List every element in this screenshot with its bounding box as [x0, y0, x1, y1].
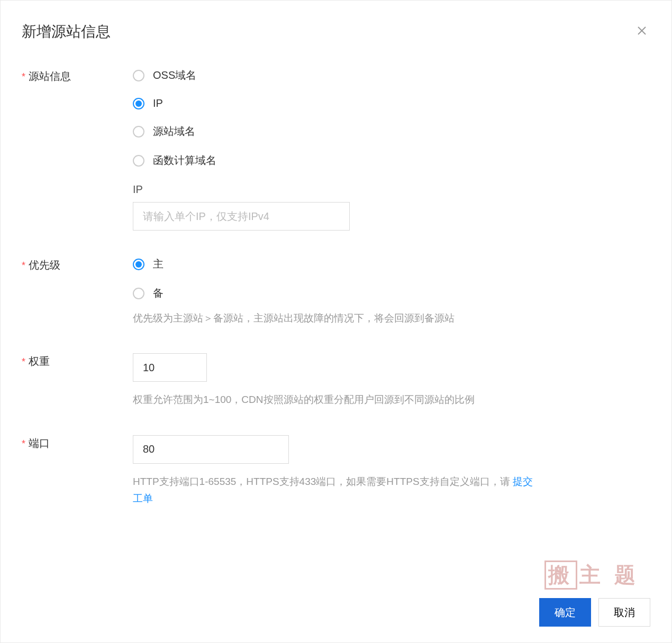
priority-radio-group: 主 备 — [133, 257, 650, 300]
radio-label: IP — [153, 97, 163, 109]
port-help-text: HTTP支持端口1-65535，HTTPS支持433端口，如果需要HTTPS支持… — [133, 473, 535, 508]
radio-icon — [133, 155, 144, 167]
close-icon — [635, 24, 648, 37]
required-mark: * — [22, 71, 25, 82]
modal-title: 新增源站信息 — [22, 22, 111, 42]
modal-header: 新增源站信息 — [22, 22, 650, 42]
port-label: *端口 — [22, 435, 133, 451]
confirm-button[interactable]: 确定 — [539, 598, 591, 627]
required-mark: * — [22, 260, 25, 271]
port-content: HTTP支持端口1-65535，HTTPS支持433端口，如果需要HTTPS支持… — [133, 435, 650, 508]
required-mark: * — [22, 438, 25, 449]
weight-content: 权重允许范围为1~100，CDN按照源站的权重分配用户回源到不同源站的比例 — [133, 353, 650, 408]
required-mark: * — [22, 356, 25, 367]
radio-label: 主 — [153, 257, 164, 271]
radio-primary[interactable]: 主 — [133, 257, 650, 271]
ip-sublabel: IP — [133, 183, 650, 196]
port-row: *端口 HTTP支持端口1-65535，HTTPS支持433端口，如果需要HTT… — [22, 435, 650, 508]
close-button[interactable] — [633, 22, 650, 42]
radio-icon — [133, 126, 144, 137]
weight-label: *权重 — [22, 353, 133, 369]
radio-origin-domain[interactable]: 源站域名 — [133, 124, 650, 139]
origin-info-label: *源站信息 — [22, 68, 133, 84]
radio-icon — [133, 70, 144, 81]
modal-footer: 确定 取消 — [22, 577, 650, 627]
radio-fc-domain[interactable]: 函数计算域名 — [133, 153, 650, 168]
ip-input[interactable] — [133, 202, 350, 231]
radio-backup[interactable]: 备 — [133, 286, 650, 300]
priority-content: 主 备 优先级为主源站＞备源站，主源站出现故障的情况下，将会回源到备源站 — [133, 257, 650, 327]
radio-label: 源站域名 — [153, 124, 195, 139]
radio-icon — [133, 288, 144, 299]
weight-input[interactable] — [133, 353, 207, 382]
origin-info-content: OSS域名 IP 源站域名 函数计算域名 IP — [133, 68, 650, 231]
radio-icon — [133, 98, 144, 109]
priority-row: *优先级 主 备 优先级为主源站＞备源站，主源站出现故障的情况下，将会回源到备源… — [22, 257, 650, 327]
radio-label: OSS域名 — [153, 68, 196, 82]
add-origin-modal: 新增源站信息 *源站信息 OSS域名 IP — [0, 0, 672, 643]
weight-row: *权重 权重允许范围为1~100，CDN按照源站的权重分配用户回源到不同源站的比… — [22, 353, 650, 408]
port-input[interactable] — [133, 435, 289, 464]
priority-help-text: 优先级为主源站＞备源站，主源站出现故障的情况下，将会回源到备源站 — [133, 310, 535, 327]
weight-help-text: 权重允许范围为1~100，CDN按照源站的权重分配用户回源到不同源站的比例 — [133, 391, 535, 408]
radio-icon — [133, 259, 144, 270]
radio-label: 函数计算域名 — [153, 153, 216, 168]
radio-oss-domain[interactable]: OSS域名 — [133, 68, 650, 82]
priority-label: *优先级 — [22, 257, 133, 272]
radio-ip[interactable]: IP — [133, 97, 650, 109]
origin-info-row: *源站信息 OSS域名 IP 源站域名 函数计算域名 — [22, 68, 650, 231]
origin-type-radio-group: OSS域名 IP 源站域名 函数计算域名 — [133, 68, 650, 168]
radio-label: 备 — [153, 286, 164, 300]
cancel-button[interactable]: 取消 — [598, 598, 650, 627]
